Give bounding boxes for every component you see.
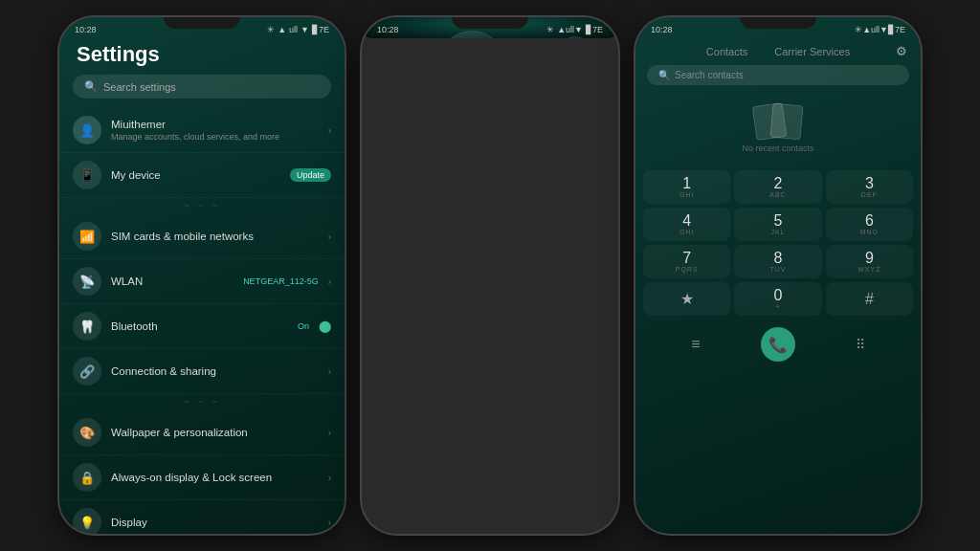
connection-label: Connection & sharing (111, 364, 319, 379)
settings-screen: 10:28 ✳ ▲ ull ▼ ▊7E Settings 🔍 Search se… (59, 17, 345, 534)
sim-label: SIM cards & mobile networks (111, 230, 319, 244)
numpad-row-2: 4 GHI 5 JKL 6 MNO (643, 208, 913, 241)
bluetooth-icon: 🦷 (73, 312, 101, 341)
numpad-row-1: 1 GHI 2 ABC 3 DEF (643, 170, 913, 204)
search-bar[interactable]: 🔍 Search settings (73, 75, 331, 99)
sim-icon: 📶 (73, 222, 101, 251)
settings-item-sim[interactable]: 📶 SIM cards & mobile networks › (59, 214, 345, 259)
dialer-bottom: ≡ 📞 ⠿ (635, 323, 921, 365)
key-5[interactable]: 5 JKL (734, 208, 821, 241)
tab-carrier-services[interactable]: Carrier Services (770, 44, 854, 59)
settings-item-bluetooth[interactable]: 🦷 Bluetooth On ⬤ (59, 304, 345, 349)
phone-settings: 10:28 ✳ ▲ ull ▼ ▊7E Settings 🔍 Search se… (59, 17, 345, 534)
key-hash[interactable]: # (826, 282, 913, 316)
key-2[interactable]: 2 ABC (734, 170, 821, 204)
search-icon: 🔍 (84, 80, 98, 93)
miuithemer-icon: 👤 (73, 116, 101, 144)
gear-button[interactable]: ⚙ (896, 44, 907, 58)
phone-contacts: 10:28 ✳▲ull▼▊7E ⚙ Contacts Carrier Servi… (635, 17, 921, 534)
status-icons: ✳ ▲ ull ▼ ▊7E (267, 25, 329, 34)
chevron-icon: › (328, 428, 331, 438)
connection-icon: 🔗 (73, 357, 101, 386)
tab-contacts[interactable]: Contacts (702, 44, 751, 59)
notch (164, 17, 240, 29)
chevron-icon: › (328, 231, 331, 242)
display-icon: 💡 (73, 508, 101, 534)
divider-1: ~ ~ ~ (59, 198, 345, 214)
settings-item-wallpaper[interactable]: 🎨 Wallpaper & personalization › (59, 410, 345, 455)
chevron-icon: › (328, 366, 331, 377)
wallpaper-label: Wallpaper & personalization (111, 426, 319, 440)
status-icons: ✳ ▲ull▼ ▊7E (546, 25, 603, 34)
numpad-row-3: 7 PQRS 8 TUV 9 WXYZ (643, 245, 913, 278)
numpad-row-4: ★ 0 + # (643, 282, 913, 316)
time: 10:28 (651, 25, 673, 34)
wlan-value: NETGEAR_112-5G (243, 276, 319, 286)
key-3[interactable]: 3 DEF (826, 170, 913, 204)
page-title: Settings (59, 38, 345, 75)
notch (452, 17, 528, 29)
status-icons: ✳▲ull▼▊7E (855, 25, 905, 34)
key-7[interactable]: 7 PQRS (643, 245, 730, 278)
wallpaper-icon: 🎨 (73, 418, 101, 447)
dialpad-button[interactable]: ⠿ (843, 327, 878, 362)
numpad: 1 GHI 2 ABC 3 DEF 4 GHI 5 (635, 165, 921, 323)
time: 10:28 (75, 25, 97, 34)
chevron-icon: › (328, 473, 331, 483)
mydevice-icon: 📱 (73, 161, 101, 189)
settings-list: 👤 Miuithemer Manage accounts, cloud serv… (59, 108, 345, 534)
update-badge[interactable]: Update (290, 168, 331, 182)
contacts-screen: 10:28 ✳▲ull▼▊7E ⚙ Contacts Carrier Servi… (635, 17, 921, 534)
notch (740, 17, 816, 29)
key-8[interactable]: 8 TUV (734, 245, 821, 278)
call-button[interactable]: 📞 (761, 327, 795, 362)
menu-button[interactable]: ≡ (679, 327, 713, 362)
no-recent-area: No recent contacts (635, 93, 921, 165)
phone-tools: 10:28 ✳ ▲ull▼ ▊7E Tools ✉ Mail 🎙 Recorde… (362, 17, 618, 534)
recent-cards-icon (754, 104, 802, 139)
chevron-icon: › (328, 276, 331, 287)
settings-item-miuithemer[interactable]: 👤 Miuithemer Manage accounts, cloud serv… (59, 108, 345, 153)
key-6[interactable]: 6 MNO (826, 208, 913, 241)
key-0[interactable]: 0 + (734, 282, 821, 316)
search-label: Search settings (103, 81, 176, 93)
contacts-tabs: Contacts Carrier Services (635, 38, 921, 63)
contacts-search[interactable]: 🔍 Search contacts (647, 65, 909, 85)
settings-item-mydevice[interactable]: 📱 My device Update (59, 153, 345, 198)
chevron-icon: › (328, 125, 331, 136)
miuithemer-label: Miuithemer (111, 118, 319, 132)
search-placeholder: Search contacts (675, 70, 744, 80)
bluetooth-value: On (298, 321, 309, 331)
key-star[interactable]: ★ (643, 282, 730, 316)
search-icon: 🔍 (658, 70, 670, 80)
settings-item-wlan[interactable]: 📡 WLAN NETGEAR_112-5G › (59, 259, 345, 304)
key-1[interactable]: 1 GHI (643, 170, 730, 204)
mydevice-label: My device (111, 168, 280, 183)
tools-screen: 10:28 ✳ ▲ull▼ ▊7E Tools ✉ Mail 🎙 Recorde… (362, 17, 618, 38)
settings-item-display[interactable]: 💡 Display › (59, 500, 345, 534)
divider-2: ~ ~ ~ (59, 394, 345, 410)
wlan-icon: 📡 (73, 267, 101, 296)
toggle-icon[interactable]: ⬤ (319, 320, 331, 333)
key-4[interactable]: 4 GHI (643, 208, 730, 241)
always-on-icon: 🔒 (73, 463, 101, 492)
settings-item-connection[interactable]: 🔗 Connection & sharing › (59, 349, 345, 394)
wlan-label: WLAN (111, 275, 234, 289)
always-on-label: Always-on display & Lock screen (111, 471, 319, 485)
settings-item-always-on[interactable]: 🔒 Always-on display & Lock screen › (59, 455, 345, 500)
bluetooth-label: Bluetooth (111, 320, 288, 334)
chevron-icon: › (328, 518, 331, 528)
key-9[interactable]: 9 WXYZ (826, 245, 913, 278)
no-recent-text: No recent contacts (742, 143, 813, 153)
display-label: Display (111, 516, 319, 530)
time: 10:28 (377, 25, 399, 34)
miuithemer-sub: Manage accounts, cloud services, and mor… (111, 132, 319, 143)
